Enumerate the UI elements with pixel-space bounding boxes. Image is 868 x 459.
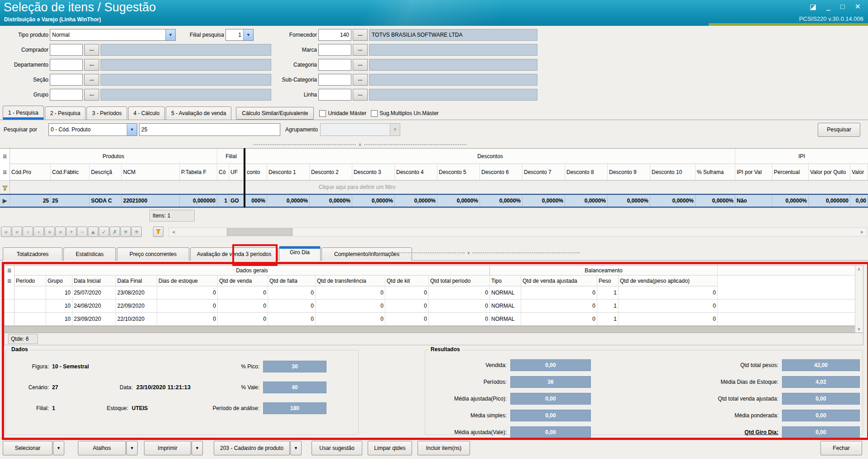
search-mode-select[interactable]: 0 - Cód. Produto ▼: [48, 123, 137, 136]
fixed-column-divider[interactable]: [244, 148, 245, 208]
fornecedor-lookup-button[interactable]: ...: [353, 29, 368, 41]
column-header[interactable]: Desconto 10: [650, 164, 695, 180]
lookup-button[interactable]: ...: [353, 89, 368, 101]
incluir-itens-button[interactable]: Incluir item(ns): [417, 441, 470, 455]
collapse-up-icon[interactable]: ∧: [359, 142, 362, 147]
filter-code-input[interactable]: [50, 74, 83, 86]
fechar-button[interactable]: Fechar: [820, 441, 862, 455]
scroll-right-icon[interactable]: >: [858, 228, 866, 236]
navigator-button[interactable]: −: [77, 227, 87, 237]
tab-estatisticas[interactable]: Estatísticas: [63, 247, 116, 261]
lookup-button[interactable]: ...: [84, 89, 99, 101]
navigator-button[interactable]: +: [66, 227, 77, 237]
tab-4-calculo[interactable]: 4 - Cálculo: [128, 106, 165, 120]
grid-menu-icon[interactable]: ≣: [0, 164, 10, 180]
column-header[interactable]: Cód.Fábric: [51, 164, 90, 180]
column-header[interactable]: % Suframa: [695, 164, 735, 180]
filter-hint[interactable]: Clique aqui para definir um filtro: [0, 181, 714, 193]
column-header[interactable]: Valor por Quilo: [809, 164, 850, 180]
column-header[interactable]: Qtd de venda(peso aplicado): [619, 275, 718, 286]
navigator-filter-button[interactable]: [153, 227, 163, 237]
column-header[interactable]: Desconto 3: [352, 164, 395, 180]
filter-code-input[interactable]: [318, 74, 351, 86]
lookup-button[interactable]: ...: [84, 74, 99, 86]
calculo-similar-button[interactable]: Cálculo Similar/Equivalente: [236, 107, 314, 120]
table-row[interactable]: ▶ 2525SODA C220210000,0000001GO000%0,000…: [0, 194, 868, 208]
column-header[interactable]: Descriçã: [90, 164, 122, 180]
filter-code-input[interactable]: [318, 59, 351, 71]
navigator-button[interactable]: «: [12, 227, 22, 237]
usar-sugestao-button[interactable]: Usar sugestão: [312, 441, 362, 455]
atalhos-button[interactable]: Atalhos: [78, 441, 126, 455]
navigator-button[interactable]: ✳: [131, 227, 142, 237]
close-icon[interactable]: ✕: [855, 2, 861, 11]
column-header[interactable]: Grupo: [46, 275, 72, 286]
horizontal-scrollbar[interactable]: < >: [168, 227, 867, 237]
lookup-button[interactable]: ...: [353, 74, 368, 86]
search-input[interactable]: 25: [139, 123, 280, 136]
grid-menu-icon[interactable]: ≣: [5, 266, 14, 275]
restore-icon[interactable]: ◪: [810, 2, 816, 11]
horizontal-splitter[interactable]: ∧: [254, 142, 466, 147]
chevron-down-icon[interactable]: ▼: [165, 29, 175, 40]
sort-asc-icon[interactable]: △: [72, 169, 75, 174]
column-header[interactable]: Data Final: [116, 275, 157, 286]
column-header[interactable]: conto: [245, 164, 267, 180]
navigator-button[interactable]: ▲: [88, 227, 98, 237]
column-header[interactable]: Tipo: [490, 275, 521, 286]
collapse-down-icon[interactable]: ∨: [467, 251, 470, 255]
cadastro-produto-button[interactable]: 203 - Cadastro de produto: [214, 441, 290, 455]
maximize-icon[interactable]: □: [840, 2, 845, 11]
lookup-button[interactable]: ...: [84, 59, 99, 71]
column-header[interactable]: Qtd de falta: [268, 275, 316, 286]
filter-code-input[interactable]: [50, 44, 83, 56]
tab-preco-concorrentes[interactable]: Preço concorrentes: [117, 247, 189, 261]
scroll-up-icon[interactable]: ∧: [856, 266, 862, 272]
column-header[interactable]: Desconto 9: [608, 164, 650, 180]
grid-menu-icon[interactable]: ≣: [0, 149, 10, 164]
tab-avaliacao-3-periodos[interactable]: Avaliação de venda 3 períodos: [190, 247, 278, 261]
column-header[interactable]: Qtd de venda ajustada: [521, 275, 597, 286]
horizontal-splitter[interactable]: ∨: [358, 251, 580, 255]
selecionar-button[interactable]: Selecionar: [3, 441, 53, 455]
grid-menu-icon[interactable]: ≣: [5, 275, 14, 286]
navigator-button[interactable]: »: [55, 227, 66, 237]
column-header[interactable]: UF: [229, 164, 245, 180]
column-header[interactable]: Qtd de kit: [385, 275, 429, 286]
lookup-button[interactable]: ...: [353, 44, 368, 56]
column-header[interactable]: NCM: [122, 164, 180, 180]
column-header[interactable]: Data Inicial: [72, 275, 116, 286]
filter-code-input[interactable]: [318, 89, 351, 101]
chevron-down-icon[interactable]: ▼: [127, 124, 137, 135]
column-header[interactable]: IPI por Val: [735, 164, 772, 180]
table-row[interactable]: 1025/07/202023/08/2020000000NORMAL010: [5, 286, 863, 300]
tab-totalizadores[interactable]: Totalizadores: [3, 247, 62, 261]
navigator-button[interactable]: ✳: [120, 227, 131, 237]
tab-5-avaliacao-venda[interactable]: 5 - Avaliação de venda: [166, 106, 231, 120]
column-header[interactable]: Período: [14, 275, 46, 286]
tab-1-pesquisa[interactable]: 1 - Pesquisa: [3, 106, 44, 120]
minimize-icon[interactable]: _: [826, 2, 830, 11]
column-header[interactable]: Desconto 2: [310, 164, 352, 180]
column-header[interactable]: Cód.Pro: [10, 164, 51, 180]
column-header[interactable]: Valor: [850, 164, 868, 180]
navigator-button[interactable]: ✓: [99, 227, 109, 237]
navigator-button[interactable]: «: [1, 227, 11, 237]
scroll-down-icon[interactable]: ∨: [856, 326, 862, 332]
lookup-button[interactable]: ...: [353, 59, 368, 71]
selecionar-dropdown-button[interactable]: ▼: [53, 441, 64, 455]
column-header[interactable]: Desconto 5: [437, 164, 480, 180]
limpar-qtdes-button[interactable]: Limpar qtdes: [368, 441, 412, 455]
column-header[interactable]: Dias de estoque: [157, 275, 218, 286]
pesquisar-button[interactable]: Pesquisar: [818, 123, 860, 137]
imprimir-button[interactable]: Imprimir: [144, 441, 191, 455]
unidade-master-checkbox[interactable]: [319, 110, 326, 117]
giro-vertical-scrollbar[interactable]: ∧ ∨: [855, 266, 863, 333]
lookup-button[interactable]: ...: [84, 44, 99, 56]
tab-2-pesquisa[interactable]: 2 - Pesquisa: [45, 106, 86, 120]
navigator-button[interactable]: ✗: [110, 227, 120, 237]
column-header[interactable]: Desconto 4: [395, 164, 437, 180]
table-row[interactable]: 1024/08/202022/09/2020000000NORMAL010: [5, 300, 863, 313]
fornecedor-input[interactable]: 140: [318, 29, 351, 41]
filter-code-input[interactable]: [50, 59, 83, 71]
